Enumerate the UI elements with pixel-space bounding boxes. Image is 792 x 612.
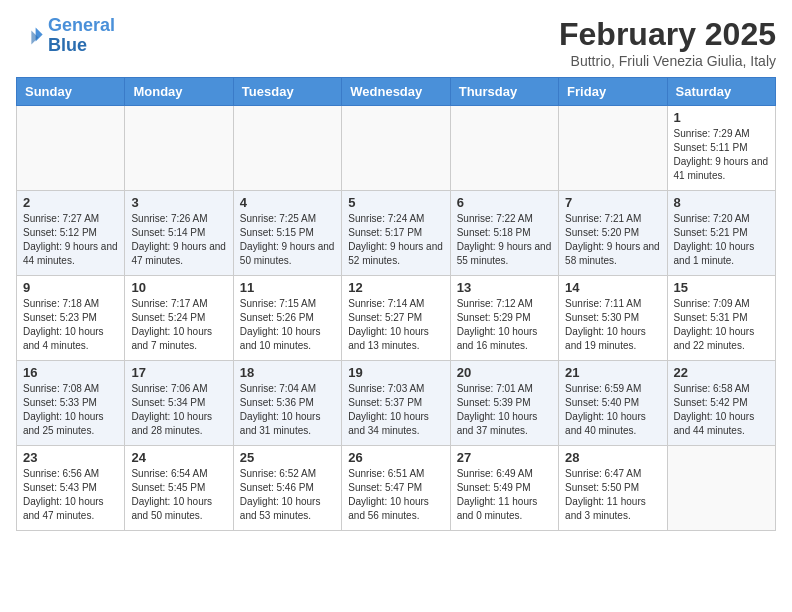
day-number: 21 [565,365,660,380]
calendar-day-cell [17,106,125,191]
calendar-week-row: 9Sunrise: 7:18 AM Sunset: 5:23 PM Daylig… [17,276,776,361]
day-number: 9 [23,280,118,295]
day-number: 22 [674,365,769,380]
calendar-day-cell: 2Sunrise: 7:27 AM Sunset: 5:12 PM Daylig… [17,191,125,276]
day-number: 4 [240,195,335,210]
day-info: Sunrise: 7:08 AM Sunset: 5:33 PM Dayligh… [23,382,118,438]
day-number: 27 [457,450,552,465]
calendar-day-cell: 13Sunrise: 7:12 AM Sunset: 5:29 PM Dayli… [450,276,558,361]
weekday-header-tuesday: Tuesday [233,78,341,106]
logo: General Blue [16,16,115,56]
calendar-day-cell: 10Sunrise: 7:17 AM Sunset: 5:24 PM Dayli… [125,276,233,361]
calendar-day-cell: 27Sunrise: 6:49 AM Sunset: 5:49 PM Dayli… [450,446,558,531]
day-number: 6 [457,195,552,210]
day-number: 2 [23,195,118,210]
weekday-header-monday: Monday [125,78,233,106]
day-info: Sunrise: 7:15 AM Sunset: 5:26 PM Dayligh… [240,297,335,353]
calendar-table: SundayMondayTuesdayWednesdayThursdayFrid… [16,77,776,531]
calendar-day-cell: 16Sunrise: 7:08 AM Sunset: 5:33 PM Dayli… [17,361,125,446]
calendar-day-cell: 4Sunrise: 7:25 AM Sunset: 5:15 PM Daylig… [233,191,341,276]
day-number: 8 [674,195,769,210]
day-number: 11 [240,280,335,295]
day-number: 1 [674,110,769,125]
day-info: Sunrise: 7:22 AM Sunset: 5:18 PM Dayligh… [457,212,552,268]
calendar-day-cell: 22Sunrise: 6:58 AM Sunset: 5:42 PM Dayli… [667,361,775,446]
calendar-day-cell: 3Sunrise: 7:26 AM Sunset: 5:14 PM Daylig… [125,191,233,276]
calendar-day-cell [450,106,558,191]
calendar-week-row: 1Sunrise: 7:29 AM Sunset: 5:11 PM Daylig… [17,106,776,191]
calendar-day-cell: 9Sunrise: 7:18 AM Sunset: 5:23 PM Daylig… [17,276,125,361]
calendar-title: February 2025 [559,16,776,53]
day-info: Sunrise: 6:56 AM Sunset: 5:43 PM Dayligh… [23,467,118,523]
logo-text: General Blue [48,16,115,56]
calendar-day-cell: 11Sunrise: 7:15 AM Sunset: 5:26 PM Dayli… [233,276,341,361]
day-number: 13 [457,280,552,295]
day-info: Sunrise: 7:29 AM Sunset: 5:11 PM Dayligh… [674,127,769,183]
calendar-day-cell [125,106,233,191]
day-number: 7 [565,195,660,210]
calendar-day-cell: 17Sunrise: 7:06 AM Sunset: 5:34 PM Dayli… [125,361,233,446]
title-section: February 2025 Buttrio, Friuli Venezia Gi… [559,16,776,69]
calendar-day-cell [667,446,775,531]
logo-icon [16,22,44,50]
calendar-day-cell: 15Sunrise: 7:09 AM Sunset: 5:31 PM Dayli… [667,276,775,361]
calendar-day-cell: 14Sunrise: 7:11 AM Sunset: 5:30 PM Dayli… [559,276,667,361]
day-info: Sunrise: 7:25 AM Sunset: 5:15 PM Dayligh… [240,212,335,268]
day-number: 26 [348,450,443,465]
day-info: Sunrise: 6:58 AM Sunset: 5:42 PM Dayligh… [674,382,769,438]
day-info: Sunrise: 7:20 AM Sunset: 5:21 PM Dayligh… [674,212,769,268]
calendar-day-cell [559,106,667,191]
calendar-day-cell [342,106,450,191]
day-info: Sunrise: 7:27 AM Sunset: 5:12 PM Dayligh… [23,212,118,268]
day-info: Sunrise: 6:59 AM Sunset: 5:40 PM Dayligh… [565,382,660,438]
calendar-day-cell: 18Sunrise: 7:04 AM Sunset: 5:36 PM Dayli… [233,361,341,446]
day-info: Sunrise: 7:04 AM Sunset: 5:36 PM Dayligh… [240,382,335,438]
day-number: 18 [240,365,335,380]
calendar-week-row: 16Sunrise: 7:08 AM Sunset: 5:33 PM Dayli… [17,361,776,446]
calendar-day-cell: 23Sunrise: 6:56 AM Sunset: 5:43 PM Dayli… [17,446,125,531]
calendar-day-cell: 5Sunrise: 7:24 AM Sunset: 5:17 PM Daylig… [342,191,450,276]
day-info: Sunrise: 7:12 AM Sunset: 5:29 PM Dayligh… [457,297,552,353]
calendar-day-cell: 25Sunrise: 6:52 AM Sunset: 5:46 PM Dayli… [233,446,341,531]
day-info: Sunrise: 6:52 AM Sunset: 5:46 PM Dayligh… [240,467,335,523]
day-number: 16 [23,365,118,380]
day-info: Sunrise: 6:47 AM Sunset: 5:50 PM Dayligh… [565,467,660,523]
day-number: 24 [131,450,226,465]
header: General Blue February 2025 Buttrio, Friu… [16,16,776,69]
calendar-day-cell: 12Sunrise: 7:14 AM Sunset: 5:27 PM Dayli… [342,276,450,361]
weekday-header-row: SundayMondayTuesdayWednesdayThursdayFrid… [17,78,776,106]
day-number: 20 [457,365,552,380]
day-info: Sunrise: 7:17 AM Sunset: 5:24 PM Dayligh… [131,297,226,353]
day-info: Sunrise: 6:51 AM Sunset: 5:47 PM Dayligh… [348,467,443,523]
calendar-week-row: 2Sunrise: 7:27 AM Sunset: 5:12 PM Daylig… [17,191,776,276]
calendar-day-cell: 24Sunrise: 6:54 AM Sunset: 5:45 PM Dayli… [125,446,233,531]
day-number: 5 [348,195,443,210]
day-info: Sunrise: 6:54 AM Sunset: 5:45 PM Dayligh… [131,467,226,523]
day-number: 14 [565,280,660,295]
day-number: 12 [348,280,443,295]
day-number: 19 [348,365,443,380]
day-info: Sunrise: 7:26 AM Sunset: 5:14 PM Dayligh… [131,212,226,268]
day-info: Sunrise: 7:24 AM Sunset: 5:17 PM Dayligh… [348,212,443,268]
calendar-day-cell: 7Sunrise: 7:21 AM Sunset: 5:20 PM Daylig… [559,191,667,276]
day-number: 28 [565,450,660,465]
calendar-day-cell: 20Sunrise: 7:01 AM Sunset: 5:39 PM Dayli… [450,361,558,446]
day-number: 15 [674,280,769,295]
day-number: 23 [23,450,118,465]
calendar-day-cell: 1Sunrise: 7:29 AM Sunset: 5:11 PM Daylig… [667,106,775,191]
day-number: 25 [240,450,335,465]
weekday-header-wednesday: Wednesday [342,78,450,106]
day-info: Sunrise: 7:21 AM Sunset: 5:20 PM Dayligh… [565,212,660,268]
calendar-day-cell: 28Sunrise: 6:47 AM Sunset: 5:50 PM Dayli… [559,446,667,531]
calendar-subtitle: Buttrio, Friuli Venezia Giulia, Italy [559,53,776,69]
day-info: Sunrise: 7:09 AM Sunset: 5:31 PM Dayligh… [674,297,769,353]
day-info: Sunrise: 7:01 AM Sunset: 5:39 PM Dayligh… [457,382,552,438]
calendar-day-cell: 26Sunrise: 6:51 AM Sunset: 5:47 PM Dayli… [342,446,450,531]
day-number: 17 [131,365,226,380]
day-info: Sunrise: 7:14 AM Sunset: 5:27 PM Dayligh… [348,297,443,353]
weekday-header-thursday: Thursday [450,78,558,106]
calendar-week-row: 23Sunrise: 6:56 AM Sunset: 5:43 PM Dayli… [17,446,776,531]
day-info: Sunrise: 6:49 AM Sunset: 5:49 PM Dayligh… [457,467,552,523]
day-info: Sunrise: 7:03 AM Sunset: 5:37 PM Dayligh… [348,382,443,438]
calendar-day-cell: 6Sunrise: 7:22 AM Sunset: 5:18 PM Daylig… [450,191,558,276]
